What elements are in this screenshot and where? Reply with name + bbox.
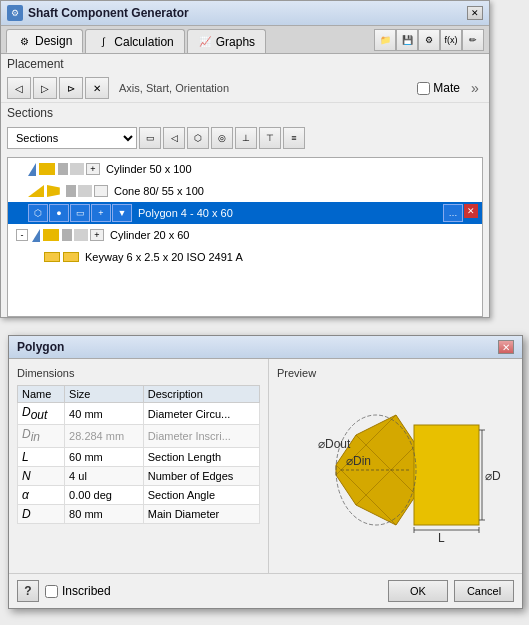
axis-label: Axis, Start, Orientation xyxy=(111,82,415,94)
tree-item-4-icons: + xyxy=(32,229,104,242)
close-button[interactable]: ✕ xyxy=(467,6,483,20)
tree-item-2[interactable]: Cone 80/ 55 x 100 xyxy=(8,180,482,202)
shape-tool-btn1[interactable]: ⊥ xyxy=(235,127,257,149)
settings-icon-btn[interactable]: ⚙ xyxy=(418,29,440,51)
graphs-tab-icon: 📈 xyxy=(198,35,212,49)
dim-desc-5: Main Diameter xyxy=(143,504,259,523)
tab-calculation-label: Calculation xyxy=(114,35,173,49)
save-icon-btn[interactable]: 💾 xyxy=(396,29,418,51)
tree-item-3[interactable]: ⬡ ● ▭ + ▼ Polygon 4 - 40 x 60 … ✕ xyxy=(8,202,482,224)
title-bar: ⚙ Shaft Component Generator ✕ xyxy=(1,1,489,26)
tree-item-4-label: Cylinder 20 x 60 xyxy=(110,229,190,241)
tree-item-4[interactable]: - + Cylinder 20 x 60 xyxy=(8,224,482,246)
tab-design-label: Design xyxy=(35,34,72,48)
mate-checkbox[interactable] xyxy=(417,82,430,95)
dimensions-table: Name Size Description Dout 40 mm Diamete… xyxy=(17,385,260,524)
tree-item-3-inline-toolbar: ⬡ ● ▭ + ▼ xyxy=(28,204,132,222)
dim-size-1: 28.284 mm xyxy=(65,425,144,447)
tree-item-2-icons xyxy=(28,185,108,197)
polygon-dialog: Polygon ✕ Dimensions Name Size Descripti… xyxy=(8,335,523,609)
placement-btn-2[interactable]: ▷ xyxy=(33,77,57,99)
mate-checkbox-wrap: Mate xyxy=(417,81,460,95)
poly-btn5[interactable]: ▼ xyxy=(112,204,132,222)
svg-text:⌀D: ⌀D xyxy=(485,469,501,483)
col-desc: Description xyxy=(143,386,259,403)
dim-row-3[interactable]: N 4 ul Number of Edges xyxy=(18,466,260,485)
svg-rect-5 xyxy=(414,425,479,525)
tree-item-2-label: Cone 80/ 55 x 100 xyxy=(114,185,204,197)
poly-btn2[interactable]: ● xyxy=(49,204,69,222)
col-size: Size xyxy=(65,386,144,403)
svg-text:L: L xyxy=(438,531,445,545)
tab-calculation[interactable]: ∫ Calculation xyxy=(85,29,184,53)
shape-extra-btn[interactable]: ◎ xyxy=(211,127,233,149)
dimensions-title: Dimensions xyxy=(17,367,260,379)
col-name: Name xyxy=(18,386,65,403)
design-tab-icon: ⚙ xyxy=(17,34,31,48)
title-bar-left: ⚙ Shaft Component Generator xyxy=(7,5,189,21)
dim-name-2: L xyxy=(18,447,65,466)
dialog-preview: Preview xyxy=(269,359,522,573)
tab-design[interactable]: ⚙ Design xyxy=(6,29,83,53)
ok-button[interactable]: OK xyxy=(388,580,448,602)
preview-area: ⌀D ⌀Din ⌀Dout L xyxy=(277,385,514,565)
tab-graphs[interactable]: 📈 Graphs xyxy=(187,29,266,53)
dialog-title-bar: Polygon ✕ xyxy=(9,336,522,359)
dim-row-5[interactable]: D 80 mm Main Diameter xyxy=(18,504,260,523)
preview-svg: ⌀D ⌀Din ⌀Dout L xyxy=(286,390,506,560)
tree-expand-4[interactable]: - xyxy=(16,229,28,241)
dim-row-0[interactable]: Dout 40 mm Diameter Circu... xyxy=(18,403,260,425)
function-icon-btn[interactable]: f(x) xyxy=(440,29,462,51)
dim-name-1: Din xyxy=(18,425,65,447)
shape-cone-btn[interactable]: ◁ xyxy=(163,127,185,149)
help-button[interactable]: ? xyxy=(17,580,39,602)
tree-area: + Cylinder 50 x 100 Cone 80/ 55 x 100 ⬡ … xyxy=(7,157,483,317)
tree-item-1-label: Cylinder 50 x 100 xyxy=(106,163,192,175)
dialog-close-btn[interactable]: ✕ xyxy=(498,340,514,354)
tab-graphs-label: Graphs xyxy=(216,35,255,49)
poly-delete-btn[interactable]: ✕ xyxy=(464,204,478,218)
pencil-icon-btn[interactable]: ✏ xyxy=(462,29,484,51)
sections-area: Sections ▭ ◁ ⬡ ◎ ⊥ ⊤ ≡ xyxy=(1,123,489,157)
shape-cylinder-btn[interactable]: ▭ xyxy=(139,127,161,149)
footer-right: OK Cancel xyxy=(388,580,514,602)
main-window-title: Shaft Component Generator xyxy=(28,6,189,20)
tabs-bar: ⚙ Design ∫ Calculation 📈 Graphs 📁 💾 ⚙ f(… xyxy=(1,26,489,54)
placement-btn-1[interactable]: ◁ xyxy=(7,77,31,99)
dim-desc-4: Section Angle xyxy=(143,485,259,504)
placement-btn-3[interactable]: ⊳ xyxy=(59,77,83,99)
dim-row-4[interactable]: α 0.00 deg Section Angle xyxy=(18,485,260,504)
dim-row-1: Din 28.284 mm Diameter Inscri... xyxy=(18,425,260,447)
inscribed-label: Inscribed xyxy=(62,584,111,598)
collapse-btn[interactable]: » xyxy=(467,80,483,96)
tree-item-5-label: Keyway 6 x 2.5 x 20 ISO 2491 A xyxy=(85,251,243,263)
dim-row-2[interactable]: L 60 mm Section Length xyxy=(18,447,260,466)
placement-btn-4[interactable]: ✕ xyxy=(85,77,109,99)
dim-size-2: 60 mm xyxy=(65,447,144,466)
shape-tool-btn2[interactable]: ⊤ xyxy=(259,127,281,149)
svg-text:⌀Dout: ⌀Dout xyxy=(318,437,351,451)
dim-desc-0: Diameter Circu... xyxy=(143,403,259,425)
dim-name-5: D xyxy=(18,504,65,523)
sections-dropdown[interactable]: Sections xyxy=(7,127,137,149)
poly-icon-btn[interactable]: ⬡ xyxy=(28,204,48,222)
svg-text:⌀Din: ⌀Din xyxy=(346,454,371,468)
poly-end-btn1[interactable]: … xyxy=(443,204,463,222)
cancel-button[interactable]: Cancel xyxy=(454,580,514,602)
tree-item-5[interactable]: Keyway 6 x 2.5 x 20 ISO 2491 A xyxy=(8,246,482,268)
dialog-body: Dimensions Name Size Description Dout 40… xyxy=(9,359,522,573)
shape-polygon-btn[interactable]: ⬡ xyxy=(187,127,209,149)
tree-item-5-icons xyxy=(44,252,79,262)
poly-btn4[interactable]: + xyxy=(91,204,111,222)
mate-label: Mate xyxy=(433,81,460,95)
folder-icon-btn[interactable]: 📁 xyxy=(374,29,396,51)
shape-tool-btn3[interactable]: ≡ xyxy=(283,127,305,149)
app-icon: ⚙ xyxy=(7,5,23,21)
placement-bar: ◁ ▷ ⊳ ✕ Axis, Start, Orientation Mate » xyxy=(1,74,489,103)
inscribed-checkbox[interactable] xyxy=(45,585,58,598)
dim-size-0: 40 mm xyxy=(65,403,144,425)
main-window: ⚙ Shaft Component Generator ✕ ⚙ Design ∫… xyxy=(0,0,490,318)
inscribed-wrap: Inscribed xyxy=(45,584,111,598)
tree-item-1[interactable]: + Cylinder 50 x 100 xyxy=(8,158,482,180)
poly-btn3[interactable]: ▭ xyxy=(70,204,90,222)
